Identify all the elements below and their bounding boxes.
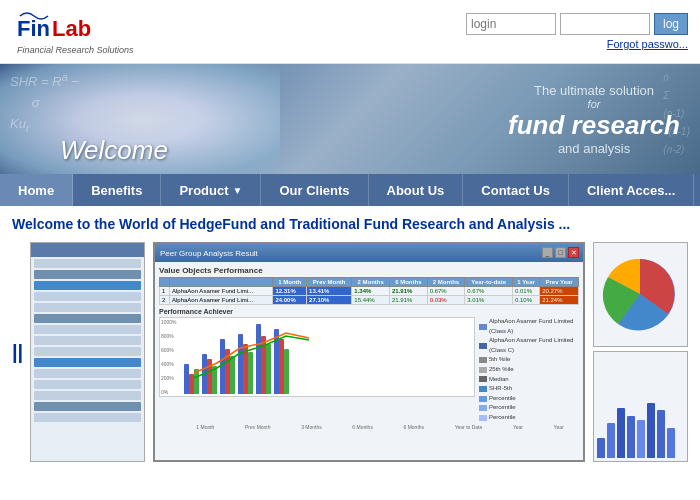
svg-text:Lab: Lab [52, 16, 91, 41]
hero-for: for [508, 98, 680, 110]
chart-label: Value Objects Performance [159, 266, 579, 275]
left-sidebar-mockup [30, 242, 145, 462]
perf-label: Performance Achiever [159, 308, 579, 315]
small-bar [637, 420, 645, 458]
hero-tagline-sub: and analysis [508, 141, 680, 156]
small-bar [617, 408, 625, 458]
legend-item: Median [479, 375, 579, 385]
hero-welcome-text: Welcome [60, 135, 168, 166]
pause-indicator: || [12, 341, 23, 364]
pie-chart [598, 252, 683, 337]
close-button[interactable]: ✕ [568, 247, 579, 258]
table-row: 2 AlphaAon Asamer Fund Limi... 24.00% 27… [160, 296, 579, 305]
login-button[interactable]: log [654, 13, 688, 35]
chart-titlebar: Peer Group Analysis Result _ □ ✕ [155, 244, 583, 262]
small-bar [607, 423, 615, 458]
small-bar-chart [593, 351, 688, 462]
nav-product[interactable]: Product ▼ [161, 174, 261, 206]
pie-chart-container [593, 242, 688, 347]
small-bar [667, 428, 675, 458]
header: Fin Lab Financial Research Solutions log… [0, 0, 700, 64]
chart-window: Peer Group Analysis Result _ □ ✕ Value O… [153, 242, 585, 462]
main-content: Welcome to the World of HedgeFund and Tr… [0, 206, 700, 472]
logo-tagline: Financial Research Solutions [17, 45, 134, 55]
legend-item: 5th %ile [479, 355, 579, 365]
nav-contact-us[interactable]: Contact Us [463, 174, 569, 206]
bar-chart: 1000% 800% 600% 400% 200% 0% [159, 317, 475, 397]
titlebar-buttons: _ □ ✕ [542, 247, 579, 258]
legend-item: 25th %ile [479, 365, 579, 375]
hero-banner: SHR = Ra − σ Kur Welcome The ultimate so… [0, 64, 700, 174]
x-axis-labels: 1 Month Prev Month 3 Months 6 Months 6 M… [159, 424, 579, 430]
small-bar [647, 403, 655, 458]
login-input[interactable] [466, 13, 556, 35]
small-bar [657, 410, 665, 458]
legend-item: AlphaAon Asamer Fund Limited (Class C) [479, 336, 579, 355]
welcome-heading: Welcome to the World of HedgeFund and Tr… [12, 216, 688, 232]
perf-area: 1000% 800% 600% 400% 200% 0% [159, 317, 579, 423]
minimize-button[interactable]: _ [542, 247, 553, 258]
performance-table: 1 Month Prev Month 2 Months 6 Months 2 M… [159, 277, 579, 305]
nav-benefits[interactable]: Benefits [73, 174, 161, 206]
main-navigation: Home Benefits Product ▼ Our Clients Abou… [0, 174, 700, 206]
content-area: || Peer Group Analysis Result [12, 242, 688, 462]
hero-tagline-large: fund research [508, 110, 680, 141]
legend-label: AlphaAon Asamer Fund Limited (Class C) [489, 336, 579, 355]
forgot-password-link[interactable]: Forgot passwo... [607, 38, 688, 50]
nav-about-us[interactable]: About Us [369, 174, 464, 206]
legend-item: SHR-5th [479, 384, 579, 394]
legend-label: Percentile [489, 394, 516, 404]
password-input[interactable] [560, 13, 650, 35]
right-charts [593, 242, 688, 462]
nav-client-access[interactable]: Client Acces... [569, 174, 694, 206]
hero-math-right: nΣ(n-1)3(n-1)(n-2) [663, 69, 690, 159]
legend-label: 25th %ile [489, 365, 514, 375]
legend-item: Percentile [479, 413, 579, 423]
legend-label: AlphaAon Asamer Fund Limited (Class A) [489, 317, 579, 336]
table-row: 1 AlphaAon Asamer Fund Limi... 12.31% 13… [160, 287, 579, 296]
login-row: log [466, 13, 688, 35]
nav-home[interactable]: Home [0, 174, 73, 206]
line-overlay [182, 318, 474, 396]
legend-label: SHR-5th [489, 384, 512, 394]
legend-label: Median [489, 375, 509, 385]
login-area: log Forgot passwo... [466, 13, 688, 50]
nav-product-dropdown-arrow: ▼ [233, 185, 243, 196]
legend-item: AlphaAon Asamer Fund Limited (Class A) [479, 317, 579, 336]
hero-main-text: The ultimate solution for fund research … [508, 83, 680, 156]
legend-item: Percentile [479, 394, 579, 404]
svg-text:Fin: Fin [17, 16, 50, 41]
legend-label: 5th %ile [489, 355, 510, 365]
legend-label: Percentile [489, 413, 516, 423]
small-bar [597, 438, 605, 458]
nav-product-label: Product [179, 183, 228, 198]
chart-legend: AlphaAon Asamer Fund Limited (Class A) A… [479, 317, 579, 423]
chart-content: Value Objects Performance 1 Month Prev M… [155, 262, 583, 434]
maximize-button[interactable]: □ [555, 247, 566, 258]
nav-our-clients[interactable]: Our Clients [261, 174, 368, 206]
hero-math-left: SHR = Ra − σ Kur [10, 69, 79, 137]
small-bar [627, 416, 635, 458]
logo-area: Fin Lab Financial Research Solutions [12, 8, 134, 55]
chart-window-title: Peer Group Analysis Result [160, 249, 258, 258]
legend-item: Percentile [479, 403, 579, 413]
hero-tagline-small: The ultimate solution [508, 83, 680, 98]
legend-label: Percentile [489, 403, 516, 413]
